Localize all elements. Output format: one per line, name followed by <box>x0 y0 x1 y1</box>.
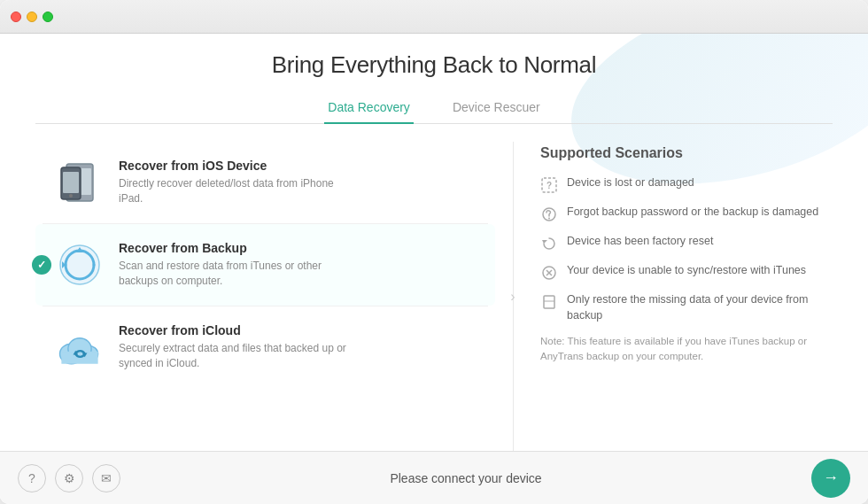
svg-marker-19 <box>542 240 547 244</box>
svg-rect-3 <box>63 172 79 193</box>
forgot-password-icon <box>540 205 558 223</box>
scenario-sync-restore: Your device is unable to sync/restore wi… <box>540 263 833 282</box>
bottom-icon-group: ? ⚙ ✉ <box>18 464 120 492</box>
bottom-bar: ? ⚙ ✉ Please connect your device → <box>0 451 868 504</box>
scenario-sync-text: Your device is unable to sync/restore wi… <box>567 263 806 279</box>
svg-rect-11 <box>61 353 97 364</box>
factory-reset-icon <box>540 235 558 252</box>
scenario-missing-text: Only restore the missing data of your de… <box>567 292 833 323</box>
lost-damaged-icon: ? <box>540 176 558 194</box>
scenario-forgot-password: Forgot backup password or the backup is … <box>540 205 833 223</box>
recover-backup-item[interactable]: ✓ <box>35 224 495 306</box>
tab-bar: Data Recovery Device Rescuer <box>35 95 833 124</box>
scenario-missing-data: Only restore the missing data of your de… <box>540 292 833 323</box>
panel-chevron-icon: › <box>502 286 523 307</box>
tab-data-recovery[interactable]: Data Recovery <box>324 95 414 123</box>
main-area: Bring Everything Back to Normal Data Rec… <box>0 34 868 451</box>
sync-restore-icon <box>540 264 558 282</box>
left-panel: Recover from iOS Device Directly recover… <box>35 142 514 451</box>
icloud-item-text: Recover from iCloud Securely extract dat… <box>119 323 349 371</box>
recover-ios-item[interactable]: Recover from iOS Device Directly recover… <box>35 142 495 223</box>
selected-check-badge: ✓ <box>32 255 51 275</box>
backup-icon <box>53 238 106 291</box>
traffic-lights <box>11 12 53 22</box>
two-col-layout: Recover from iOS Device Directly recover… <box>35 142 833 451</box>
scenario-factory-reset: Device has been factory reset <box>540 234 833 252</box>
missing-data-icon <box>540 293 558 311</box>
icloud-icon <box>53 321 106 374</box>
backup-item-text: Recover from Backup Scan and restore dat… <box>119 241 349 289</box>
note-text: Note: This feature is available if you h… <box>540 334 833 365</box>
mail-button[interactable]: ✉ <box>92 464 120 492</box>
main-content: Bring Everything Back to Normal Data Rec… <box>0 34 868 504</box>
maximize-button[interactable] <box>43 12 53 22</box>
app-window: Bring Everything Back to Normal Data Rec… <box>0 0 868 504</box>
tab-device-rescuer[interactable]: Device Rescuer <box>449 95 544 123</box>
page-heading: Bring Everything Back to Normal <box>35 51 833 79</box>
scenario-factory-text: Device has been factory reset <box>567 234 713 250</box>
ios-item-text: Recover from iOS Device Directly recover… <box>119 159 349 206</box>
help-button[interactable]: ? <box>18 464 46 492</box>
scenario-lost-text: Device is lost or damaged <box>567 175 694 191</box>
scenario-forgot-text: Forgot backup password or the backup is … <box>567 205 818 221</box>
svg-text:?: ? <box>546 181 552 190</box>
settings-button[interactable]: ⚙ <box>55 464 83 492</box>
title-bar <box>0 0 868 34</box>
next-button[interactable]: → <box>811 459 850 498</box>
supported-scenarios-heading: Supported Scenarios <box>540 145 833 161</box>
minimize-button[interactable] <box>27 12 37 22</box>
svg-point-18 <box>548 218 550 220</box>
right-panel: Supported Scenarios ? Device is lost or … <box>514 142 833 451</box>
scenario-lost-damaged: ? Device is lost or damaged <box>540 175 833 194</box>
close-button[interactable] <box>11 12 21 22</box>
svg-point-4 <box>69 194 73 198</box>
status-text: Please connect your device <box>120 471 811 485</box>
recover-icloud-item[interactable]: Recover from iCloud Securely extract dat… <box>35 306 495 388</box>
svg-rect-23 <box>544 296 554 308</box>
ios-device-icon <box>53 156 106 209</box>
